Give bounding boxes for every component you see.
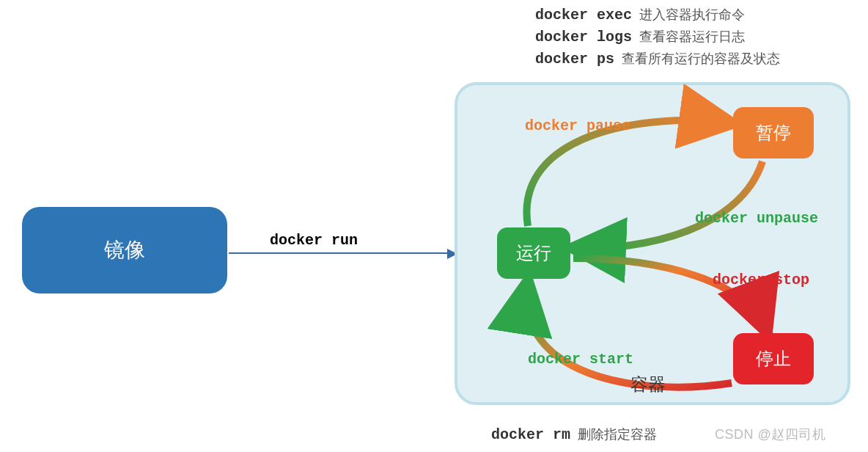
info-row: docker ps 查看所有运行的容器及状态 [535,50,780,68]
image-node-label: 镜像 [104,236,145,264]
rm-command-line: docker rm 删除指定容器 [491,426,657,443]
info-row: docker logs 查看容器运行日志 [535,28,780,45]
edge-label-unpause: docker unpause [695,210,818,227]
info-cmd: docker logs [535,29,632,45]
info-row: docker exec 进入容器执行命令 [535,6,780,23]
info-desc: 查看所有运行的容器及状态 [622,50,780,68]
watermark: CSDN @赵四司机 [715,426,825,443]
rm-cmd: docker rm [491,426,570,443]
info-cmd: docker exec [535,7,632,23]
info-desc: 查看容器运行日志 [639,28,745,45]
edge-label-pause: docker pause [525,117,630,134]
state-run-label: 运行 [516,241,551,265]
edge-label-stop: docker stop [713,271,809,288]
info-desc: 进入容器执行命令 [639,6,745,23]
state-run: 运行 [497,227,570,279]
state-pause-label: 暂停 [756,121,791,145]
edge-label-start: docker start [528,351,633,368]
state-stop: 停止 [733,333,814,384]
info-cmd: docker ps [535,51,614,68]
state-stop-label: 停止 [756,347,791,371]
state-pause: 暂停 [733,107,814,158]
container-label: 容器 [630,373,666,396]
info-command-list: docker exec 进入容器执行命令 docker logs 查看容器运行日… [535,6,780,72]
rm-desc: 删除指定容器 [578,426,657,443]
run-arrow-line [229,252,449,254]
image-node: 镜像 [22,207,227,294]
edge-label-run: docker run [270,232,358,249]
